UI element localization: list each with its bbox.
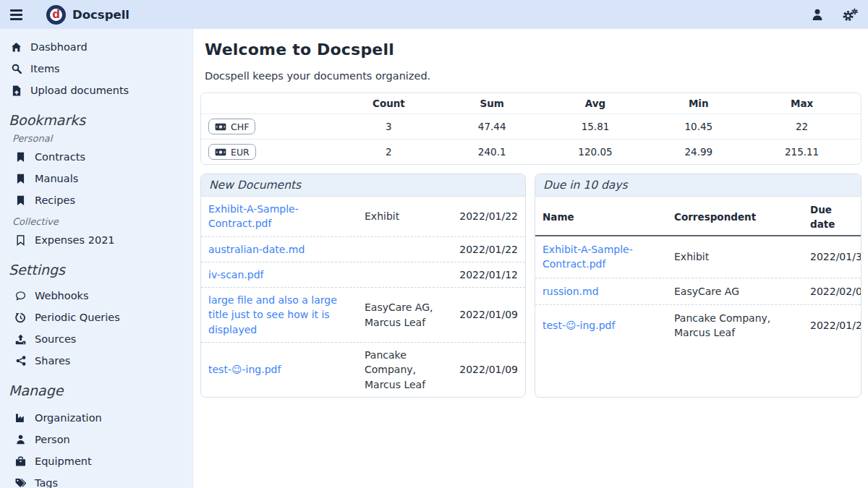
stat-value: 215.11 bbox=[750, 146, 854, 158]
sidebar-item-label: Shares bbox=[35, 355, 70, 367]
equipment-icon bbox=[14, 456, 27, 466]
money-bill-icon bbox=[215, 148, 226, 156]
sidebar-item-label: Webhooks bbox=[35, 290, 89, 301]
main-content: Welcome to Docspell Docspell keeps your … bbox=[193, 29, 868, 488]
sidebar-item-bookmark-expenses-2021[interactable]: Expenses 2021 bbox=[9, 229, 185, 251]
stats-col-avg: Avg bbox=[544, 98, 647, 109]
document-correspondent: EasyCare AG bbox=[674, 284, 806, 299]
sidebar-item-shares[interactable]: Shares bbox=[9, 350, 185, 372]
stat-value: 22 bbox=[750, 121, 854, 132]
new-documents-title: New Documents bbox=[201, 174, 525, 197]
document-row: large file and also a large title just t… bbox=[201, 287, 525, 342]
new-documents-panel: New Documents Exhibit-A-Sample-Contract.… bbox=[200, 174, 526, 398]
stat-value: 15.81 bbox=[544, 121, 647, 132]
document-link[interactable]: Exhibit-A-Sample-Contract.pdf bbox=[542, 244, 633, 270]
sidebar-item-tags[interactable]: Tags bbox=[9, 472, 185, 488]
stats-row-chf: CHF 3 47.44 15.81 10.45 22 bbox=[201, 114, 861, 139]
due-table: Name Correspondent Due date Exhibit-A-Sa… bbox=[535, 197, 861, 346]
docspell-logo-icon: d bbox=[46, 5, 66, 25]
sidebar-item-label: Person bbox=[35, 434, 70, 445]
sidebar-item-label: Contracts bbox=[35, 151, 85, 163]
sidebar-item-label: Tags bbox=[35, 477, 58, 488]
bookmark-filled-icon bbox=[14, 152, 27, 163]
page-subtitle: Docspell keeps your documents organized. bbox=[205, 70, 861, 82]
document-date: 2022/01/22 bbox=[454, 209, 518, 223]
bookmarks-group-collective: Collective bbox=[12, 216, 185, 227]
sidebar-item-label: Equipment bbox=[35, 455, 92, 467]
sidebar-item-periodic-queries[interactable]: Periodic Queries bbox=[9, 307, 185, 328]
industry-icon bbox=[14, 413, 27, 423]
stat-value: 47.44 bbox=[441, 121, 544, 132]
document-correspondent: Pancake Company, Marcus Leaf bbox=[365, 348, 448, 392]
sidebar-item-label: Expenses 2021 bbox=[35, 234, 115, 246]
sidebar-item-label: Sources bbox=[35, 333, 76, 345]
bookmarks-section-title: Bookmarks bbox=[9, 112, 185, 128]
sidebar-item-bookmark-contracts[interactable]: Contracts bbox=[9, 146, 185, 168]
bookmark-filled-icon bbox=[14, 195, 27, 206]
sidebar-item-webhooks[interactable]: Webhooks bbox=[9, 285, 185, 307]
sidebar-item-bookmark-recipes[interactable]: Recipes bbox=[9, 189, 185, 211]
history-icon bbox=[14, 312, 27, 323]
sidebar-item-sources[interactable]: Sources bbox=[9, 328, 185, 350]
sidebar-item-label: Organization bbox=[35, 412, 102, 424]
new-documents-list: Exhibit-A-Sample-Contract.pdf Exhibit 20… bbox=[201, 197, 525, 397]
stat-value: 3 bbox=[337, 121, 441, 132]
bookmark-filled-icon bbox=[14, 174, 27, 184]
due-row: test-☺-ing.pdf Pancake Company, Marcus L… bbox=[535, 304, 861, 346]
stats-col-min: Min bbox=[647, 98, 750, 109]
due-header-row: Name Correspondent Due date bbox=[535, 200, 861, 236]
document-date: 2022/01/22 bbox=[454, 242, 518, 257]
document-link[interactable]: iv-scan.pdf bbox=[208, 269, 263, 281]
sidebar-item-equipment[interactable]: Equipment bbox=[9, 450, 185, 472]
document-correspondent: Pancake Company, Marcus Leaf bbox=[674, 311, 806, 341]
sidebar: Dasbhoard Items Upload documents Bookmar… bbox=[0, 29, 193, 488]
tags-icon bbox=[14, 478, 27, 488]
sidebar-item-label: Upload documents bbox=[30, 85, 129, 96]
document-link[interactable]: australian-date.md bbox=[208, 244, 305, 255]
document-due-date: 2022/01/29 bbox=[810, 318, 861, 333]
manage-section-title: Manage bbox=[9, 382, 185, 398]
stats-row-eur: EUR 2 240.1 120.05 24.99 215.11 bbox=[201, 139, 861, 164]
document-link[interactable]: test-☺-ing.pdf bbox=[208, 364, 281, 375]
document-correspondent: EasyCare AG, Marcus Leaf bbox=[365, 300, 448, 330]
document-due-date: 2022/01/31 bbox=[810, 249, 861, 264]
sidebar-item-organization[interactable]: Organization bbox=[9, 407, 185, 429]
document-link[interactable]: russion.md bbox=[542, 286, 599, 297]
currency-badge: CHF bbox=[208, 119, 255, 134]
stats-col-count: Count bbox=[337, 98, 441, 109]
document-row: Exhibit-A-Sample-Contract.pdf Exhibit 20… bbox=[201, 197, 525, 236]
home-icon bbox=[10, 42, 22, 53]
sidebar-item-items[interactable]: Items bbox=[9, 58, 185, 80]
topbar: d Docspell bbox=[0, 0, 868, 29]
stat-value: 240.1 bbox=[441, 146, 544, 158]
stat-value: 10.45 bbox=[647, 121, 750, 132]
stat-value: 24.99 bbox=[647, 146, 750, 158]
document-date: 2022/01/12 bbox=[454, 267, 518, 282]
sidebar-item-label: Items bbox=[30, 63, 60, 74]
document-link[interactable]: large file and also a large title just t… bbox=[208, 294, 337, 335]
sidebar-item-upload[interactable]: Upload documents bbox=[9, 80, 185, 101]
cogs-icon[interactable] bbox=[842, 8, 858, 22]
file-upload-icon bbox=[10, 85, 22, 96]
sidebar-item-person[interactable]: Person bbox=[9, 429, 185, 450]
search-icon bbox=[10, 64, 22, 74]
document-link[interactable]: Exhibit-A-Sample-Contract.pdf bbox=[208, 203, 299, 229]
stats-col-sum: Sum bbox=[441, 98, 544, 109]
document-link[interactable]: test-☺-ing.pdf bbox=[542, 320, 615, 331]
due-col-correspondent: Correspondent bbox=[674, 210, 806, 225]
document-correspondent: Exhibit bbox=[365, 209, 448, 223]
user-icon[interactable] bbox=[812, 9, 823, 21]
bookmark-outline-icon bbox=[14, 235, 27, 246]
app-logo[interactable]: d Docspell bbox=[46, 5, 129, 25]
money-bill-icon bbox=[215, 123, 226, 131]
sidebar-item-bookmark-manuals[interactable]: Manuals bbox=[9, 168, 185, 189]
currency-badge: EUR bbox=[208, 144, 256, 160]
document-due-date: 2022/02/04 bbox=[810, 284, 861, 299]
sidebar-item-label: Periodic Queries bbox=[35, 312, 120, 323]
sidebar-item-label: Dasbhoard bbox=[30, 41, 88, 53]
stat-value: 120.05 bbox=[544, 146, 647, 158]
menu-icon[interactable] bbox=[10, 5, 29, 24]
sidebar-item-dashboard[interactable]: Dasbhoard bbox=[9, 36, 185, 58]
stats-header-row: Count Sum Avg Min Max bbox=[201, 93, 861, 114]
comment-icon bbox=[14, 291, 27, 301]
